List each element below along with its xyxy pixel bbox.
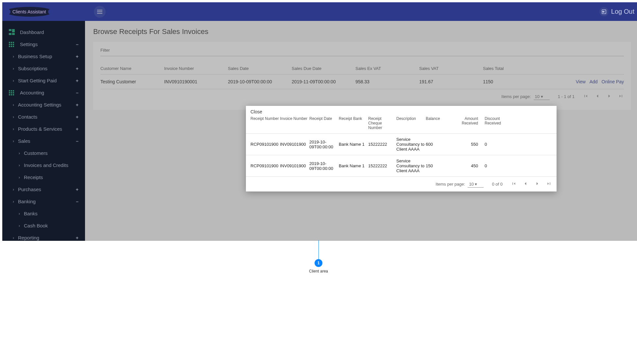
sidebar-item-reporting[interactable]: ›Reporting+ <box>2 232 85 241</box>
sidebar-item-purchases[interactable]: ›Purchases+ <box>2 183 85 195</box>
mcell-receipt-date: 2019-10-09T00:00:00 <box>309 140 339 149</box>
expand-icon: – <box>76 199 78 204</box>
sidebar-item-label: Reporting <box>18 235 39 240</box>
expand-icon: + <box>76 78 78 83</box>
logo-text: Clients Assistant <box>12 9 46 14</box>
sidebar-item-label: Invoices and Credits <box>24 162 68 168</box>
mcell-amount-received: 550 <box>455 142 485 147</box>
mcell-receipt-date: 2019-10-09T00:00:00 <box>309 161 339 171</box>
expand-icon: + <box>76 102 78 108</box>
modal-pager-next-icon[interactable] <box>534 181 540 188</box>
sidebar-item-start-getting-paid[interactable]: ›Start Getting Paid+ <box>2 74 85 87</box>
mcell-receipt-bank: Bank Name 1 <box>339 163 368 168</box>
sidebar-item-accounting[interactable]: Accounting– <box>2 87 85 99</box>
sidebar-item-subscriptions[interactable]: ›Subscriptions+ <box>2 62 85 74</box>
sidebar-item-dashboard[interactable]: Dashboard <box>2 26 85 38</box>
dashboard-icon <box>9 29 15 35</box>
mcell-cheque-number: 15222222 <box>368 142 396 147</box>
modal-pager-prev-icon[interactable] <box>523 181 528 188</box>
logout-label: Log Out <box>611 8 634 15</box>
mcell-receipt-number: RCP09101900 <box>250 142 280 147</box>
sidebar-item-label: Purchases <box>18 187 41 192</box>
chevron-right-icon: › <box>13 127 14 131</box>
sidebar: DashboardSettings–›Business Setup+›Subsc… <box>2 21 85 241</box>
mcol-receipt-number: Receipt Number <box>250 116 280 130</box>
sidebar-item-banks[interactable]: ›Banks <box>2 207 85 220</box>
sidebar-item-settings[interactable]: Settings– <box>2 38 85 50</box>
mcell-description: Service Consultancy to Client AAAA <box>396 158 426 173</box>
sidebar-item-label: Banking <box>18 199 36 204</box>
sidebar-item-label: Settings <box>20 41 38 47</box>
sidebar-item-label: Accounting <box>20 90 44 95</box>
sidebar-item-label: Sales <box>18 138 30 144</box>
chevron-right-icon: › <box>19 175 20 180</box>
sidebar-item-customers[interactable]: ›Customers <box>2 147 85 159</box>
sidebar-item-banking[interactable]: ›Banking– <box>2 195 85 207</box>
modal-pager: Items per page: 10 ▾ 0 of 0 <box>246 176 557 191</box>
modal-pager-first-icon[interactable] <box>511 181 517 188</box>
sidebar-item-label: Banks <box>24 211 38 216</box>
expand-icon: + <box>76 187 78 192</box>
chevron-right-icon: › <box>13 199 14 204</box>
mcol-description: Description <box>396 116 426 130</box>
sidebar-item-label: Accounting Settings <box>18 102 61 108</box>
logout-icon <box>599 7 609 16</box>
mcell-discount-received: 0 <box>485 142 514 147</box>
expand-icon: + <box>76 235 78 240</box>
hamburger-menu-button[interactable] <box>94 6 106 18</box>
expand-icon: + <box>76 114 78 120</box>
sidebar-item-contacts[interactable]: ›Contacts+ <box>2 111 85 123</box>
sidebar-item-invoices-and-credits[interactable]: ›Invoices and Credits <box>2 159 85 171</box>
mcell-balance: 600 <box>426 142 455 147</box>
mcell-invoice-number: INV09101900 <box>280 142 309 147</box>
content-area: Browse Receipts For Sales Invoices Filte… <box>85 21 637 241</box>
modal-close-button[interactable]: Close <box>246 106 557 116</box>
logout-button[interactable]: Log Out <box>599 7 634 16</box>
sidebar-item-label: Cash Book <box>24 223 48 228</box>
chevron-right-icon: › <box>19 151 20 156</box>
expand-icon: – <box>76 42 78 47</box>
mcol-amount-received: Amount Received <box>455 116 485 130</box>
mcol-receipt-bank: Receipt Bank <box>339 116 368 130</box>
chevron-right-icon: › <box>13 66 14 71</box>
chevron-right-icon: › <box>13 54 14 59</box>
modal-pager-items-select[interactable]: 10 ▾ <box>468 181 484 188</box>
modal-header: Receipt Number Invoice Number Receipt Da… <box>246 116 557 133</box>
mcell-cheque-number: 15222222 <box>368 163 396 168</box>
receipts-modal: Close Receipt Number Invoice Number Rece… <box>246 106 557 191</box>
mcell-receipt-bank: Bank Name 1 <box>339 142 368 147</box>
chevron-right-icon: › <box>13 103 14 107</box>
mcol-cheque-number: Receipt Cheque Number <box>368 116 396 130</box>
expand-icon: + <box>76 126 78 132</box>
grid-icon <box>9 42 15 47</box>
sidebar-item-receipts[interactable]: ›Receipts <box>2 171 85 183</box>
sidebar-item-label: Customers <box>24 150 48 156</box>
sidebar-item-label: Business Setup <box>18 54 52 59</box>
chevron-right-icon: › <box>13 187 14 192</box>
logo-badge: Clients Assistant <box>7 7 51 17</box>
sidebar-item-label: Start Getting Paid <box>18 78 57 83</box>
mcell-invoice-number: INV09101900 <box>280 163 309 168</box>
mcell-description: Service Consultancy to Client AAAA <box>396 137 426 152</box>
sidebar-item-label: Products & Services <box>18 126 62 132</box>
hamburger-icon <box>97 10 102 14</box>
modal-pager-items-label: Items per page: <box>436 182 465 187</box>
chevron-right-icon: › <box>19 163 20 168</box>
grid-icon <box>9 90 15 95</box>
expand-icon: + <box>76 66 78 71</box>
sidebar-item-sales[interactable]: ›Sales– <box>2 135 85 147</box>
sidebar-item-business-setup[interactable]: ›Business Setup+ <box>2 50 85 62</box>
sidebar-item-products-services[interactable]: ›Products & Services+ <box>2 123 85 135</box>
modal-row: RCP09101900INV091019002019-10-09T00:00:0… <box>246 133 557 155</box>
mcol-balance: Balance <box>426 116 455 130</box>
modal-pager-last-icon[interactable] <box>546 181 552 188</box>
sidebar-item-label: Dashboard <box>20 29 44 35</box>
sidebar-item-accounting-settings[interactable]: ›Accounting Settings+ <box>2 99 85 111</box>
top-bar: Clients Assistant Log Out <box>2 2 637 21</box>
chevron-right-icon: › <box>19 223 20 228</box>
mcol-invoice-number: Invoice Number <box>280 116 309 130</box>
sidebar-item-cash-book[interactable]: ›Cash Book <box>2 220 85 232</box>
mcell-balance: 150 <box>426 163 455 168</box>
chevron-right-icon: › <box>13 236 14 240</box>
modal-pager-range: 0 of 0 <box>492 182 503 187</box>
